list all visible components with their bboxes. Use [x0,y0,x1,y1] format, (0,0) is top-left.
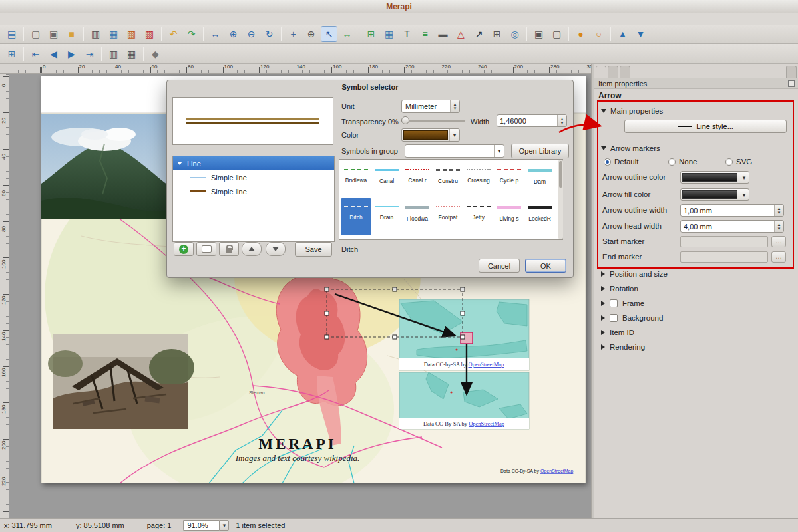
tree-expand-icon[interactable] [177,162,182,165]
symbol-item-floodwa[interactable]: Floodwa [402,198,433,235]
select-move-item-tool[interactable]: ↖ [321,26,337,42]
dropdown-arrow-icon[interactable] [739,189,749,200]
section-row-frame[interactable]: Frame [594,296,798,311]
spin-arrows-icon[interactable] [557,115,566,126]
symbol-tree[interactable]: Line Simple line Simple line [172,156,335,242]
combo-arrows-icon[interactable] [450,100,459,112]
save-project[interactable]: ▤ [3,26,20,42]
composition-manager[interactable]: ■ [63,26,80,42]
slider-handle[interactable] [401,116,409,124]
spin-arrows-icon[interactable] [774,221,783,232]
zoom-out[interactable]: ⊖ [243,26,260,42]
raise-items[interactable]: ▲ [614,26,631,42]
move-item-content-tool[interactable]: ↔ [339,26,355,42]
menu-item-composer[interactable] [3,19,13,20]
duplicate-composition[interactable]: ▣ [45,26,62,42]
add-symbol-button[interactable]: + [174,242,194,256]
zoom-in[interactable]: ⊕ [225,26,242,42]
unlock-items[interactable]: ○ [590,26,607,42]
symbols-group-combo[interactable] [405,144,504,158]
spin-value[interactable]: 4,00 mm [681,221,774,232]
symbol-item-dam[interactable]: Dam [524,161,555,198]
menu-item-edit[interactable] [13,19,24,20]
cancel-button[interactable]: Cancel [479,259,520,273]
atlas-previous-feature[interactable]: ◀ [45,46,62,62]
section-row-rendering[interactable]: Rendering [594,340,798,354]
inset-map-bottom[interactable]: Data CC-By-SA by OpenStreetMap [399,372,529,429]
tree-item-simple-line-1[interactable]: Simple line [173,170,334,184]
section-checkbox[interactable] [610,314,618,322]
arrow-markers-header[interactable]: Arrow markers [594,142,795,154]
radio-option-default[interactable]: Default [604,156,668,167]
width-spinbox[interactable]: 1,46000 [497,114,567,127]
section-row-position-and-size[interactable]: Position and size [594,267,798,281]
add-legend[interactable]: ≡ [417,26,433,42]
zoom-combo[interactable]: 91.0% [183,520,229,531]
dropdown-arrow-icon[interactable] [449,129,459,141]
export-pdf[interactable]: ▨ [141,26,158,42]
zoom-value-field[interactable]: 91.0% [183,520,219,531]
symbol-item-footpat[interactable]: Footpat [433,198,463,235]
refresh-view[interactable]: ↻ [261,26,278,42]
atlas-last-feature[interactable]: ⇥ [81,46,98,62]
symbol-item-living-s[interactable]: Living s [494,198,524,235]
zoom-full[interactable]: ↔ [207,26,224,42]
new-composition[interactable]: ▢ [27,26,44,42]
save-symbol-button[interactable]: Save [295,242,332,257]
spin-value[interactable]: 1,00 mm [681,205,774,216]
ok-button[interactable]: OK [525,259,566,273]
lock-button[interactable] [219,242,239,256]
lock-items[interactable]: ● [572,26,589,42]
symbol-item-jetty[interactable]: Jetty [463,198,494,235]
add-scalebar[interactable]: ▬ [435,26,451,42]
open-library-button[interactable]: Open Library [511,144,569,158]
menu-item-settings[interactable] [56,19,67,20]
tree-item-line[interactable]: Line [173,156,334,170]
add-image[interactable]: ▦ [381,26,397,42]
add-map[interactable]: ⊞ [363,26,379,42]
end-marker-browse-button[interactable]: … [771,251,786,263]
arrow-fill-color-button[interactable] [680,188,749,201]
spin-arrows-icon[interactable] [774,205,783,216]
symbol-item-bridlewa[interactable]: Bridlewa [341,161,371,198]
ungroup-items[interactable]: ▢ [548,26,565,42]
tree-item-simple-line-2[interactable]: Simple line [173,184,334,198]
export-image[interactable]: ▦ [105,26,122,42]
move-up-button[interactable] [242,242,262,256]
add-shape[interactable]: △ [453,26,469,42]
symbol-item-canal-r[interactable]: Canal r [402,161,433,198]
transparency-slider[interactable] [401,116,465,125]
symbol-item-canal[interactable]: Canal [371,161,402,198]
arrow-outline-color-button[interactable] [680,171,749,184]
radio-option-svg[interactable]: SVG [725,156,752,167]
menu-item-view[interactable] [24,19,35,20]
section-checkbox[interactable] [610,299,618,307]
lower-items[interactable]: ▼ [632,26,649,42]
symbol-grid-scrollbar[interactable] [558,160,563,239]
radio-option-none[interactable]: None [668,156,725,167]
symbol-grid[interactable]: Bridlewa Canal Canal r Constru Crossing … [339,159,563,240]
export-svg[interactable]: ▧ [123,26,140,42]
end-marker-field[interactable] [680,251,768,263]
move-down-button[interactable] [266,242,286,256]
dropdown-arrow-icon[interactable] [494,145,504,157]
arrow-outline-width-spinbox[interactable]: 1,00 mm [680,204,784,217]
add-html[interactable]: ◎ [506,26,523,42]
atlas-first-feature[interactable]: ⇤ [27,46,44,62]
start-marker-field[interactable] [680,236,768,247]
width-value[interactable]: 1,46000 [497,115,557,126]
main-properties-header[interactable]: Main properties [594,105,795,117]
symbol-item-lockedr[interactable]: LockedR [524,198,555,235]
unit-combo[interactable]: Millimeter [401,100,460,113]
add-table[interactable]: ⊞ [489,26,505,42]
redo[interactable]: ↷ [183,26,200,42]
print-atlas[interactable]: ▥ [105,46,122,62]
section-row-background[interactable]: Background [594,311,798,325]
group-items[interactable]: ▣ [530,26,547,42]
symbol-item-constru[interactable]: Constru [433,161,463,198]
export-atlas[interactable]: ▦ [123,46,140,62]
symbol-item-ditch[interactable]: Ditch [341,198,371,235]
dropdown-arrow-icon[interactable] [739,172,749,183]
print[interactable]: ▥ [87,26,104,42]
zoom-dropdown-icon[interactable] [219,520,229,531]
